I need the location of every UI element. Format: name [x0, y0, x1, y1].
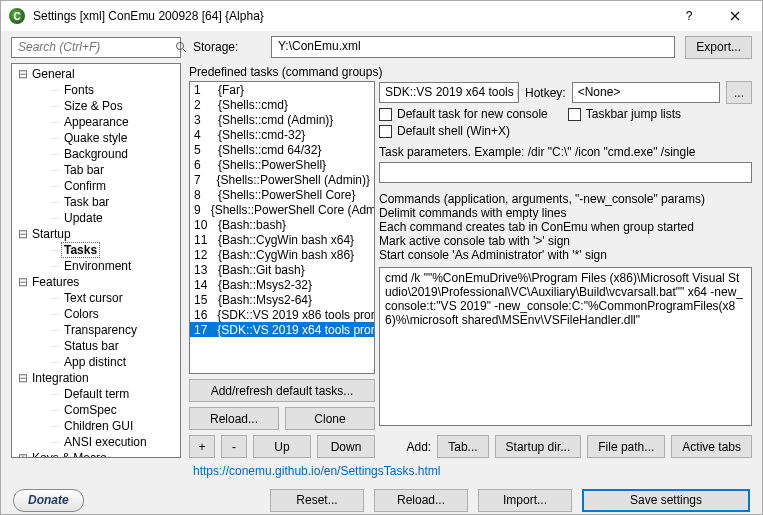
startup-dir-button[interactable]: Startup dir...	[495, 435, 582, 458]
expand-icon[interactable]: ⊞	[16, 451, 30, 458]
task-list[interactable]: 1{Far}2{Shells::cmd}3{Shells::cmd (Admin…	[189, 81, 375, 374]
search-icon[interactable]	[175, 38, 187, 57]
tree-item-label: Update	[62, 211, 105, 225]
tree-item[interactable]: ⋯Confirm	[12, 178, 180, 194]
tree-item[interactable]: ⋯Default term	[12, 386, 180, 402]
active-tabs-button[interactable]: Active tabs	[671, 435, 752, 458]
hotkey-input[interactable]: <None>	[572, 82, 720, 103]
task-list-item[interactable]: 15{Bash::Msys2-64}	[190, 292, 374, 307]
help-link[interactable]: https://conemu.github.io/en/SettingsTask…	[1, 458, 762, 478]
window-title: Settings [xml] ConEmu 200928 [64] {Alpha…	[33, 9, 666, 23]
move-down-button[interactable]: Down	[317, 435, 375, 458]
default-new-console-check[interactable]: Default task for new console	[379, 107, 548, 121]
tree-item[interactable]: ⊟Integration	[12, 370, 180, 386]
default-shell-check[interactable]: Default shell (Win+X)	[379, 124, 510, 138]
add-refresh-button[interactable]: Add/refresh default tasks...	[189, 379, 375, 402]
tree-item-label: Task bar	[62, 195, 111, 209]
tree-item[interactable]: ⊟Features	[12, 274, 180, 290]
tree-item[interactable]: ⋯App distinct	[12, 354, 180, 370]
tree-item-label: Text cursor	[62, 291, 125, 305]
task-list-item[interactable]: 7{Shells::PowerShell (Admin)}	[190, 172, 374, 187]
search-input[interactable]	[12, 38, 175, 57]
commands-textarea[interactable]: cmd /k ""%ConEmuDrive%\Program Files (x8…	[379, 267, 752, 426]
collapse-icon[interactable]: ⊟	[16, 371, 30, 385]
close-button[interactable]	[712, 1, 758, 31]
tree-item[interactable]: ⋯Background	[12, 146, 180, 162]
add-label: Add:	[407, 440, 432, 454]
collapse-icon[interactable]: ⊟	[16, 275, 30, 289]
tree-item[interactable]: ⊟General	[12, 66, 180, 82]
tree-item-label: Children GUI	[62, 419, 135, 433]
task-list-item[interactable]: 6{Shells::PowerShell}	[190, 157, 374, 172]
task-list-item[interactable]: 17{SDK::VS 2019 x64 tools prompt}	[190, 322, 374, 337]
tree-item[interactable]: ⊞Keys & Macro	[12, 450, 180, 458]
move-up-button[interactable]: Up	[253, 435, 311, 458]
tree-item-label: Tab bar	[62, 163, 106, 177]
tree-item[interactable]: ⊟Startup	[12, 226, 180, 242]
tree-item[interactable]: ⋯Text cursor	[12, 290, 180, 306]
section-title: Predefined tasks (command groups)	[189, 65, 752, 79]
file-path-button[interactable]: File path...	[587, 435, 665, 458]
tree-item[interactable]: ⋯Appearance	[12, 114, 180, 130]
tree-item[interactable]: ⋯ANSI execution	[12, 434, 180, 450]
export-button[interactable]: Export...	[685, 36, 752, 59]
task-params-input[interactable]	[379, 162, 752, 183]
nav-tree[interactable]: ⊟General⋯Fonts⋯Size & Pos⋯Appearance⋯Qua…	[11, 63, 181, 458]
tree-item[interactable]: ⋯Tab bar	[12, 162, 180, 178]
reload-tasks-button[interactable]: Reload...	[189, 407, 279, 430]
task-list-item[interactable]: 8{Shells::PowerShell Core}	[190, 187, 374, 202]
task-list-item[interactable]: 16{SDK::VS 2019 x86 tools prompt}	[190, 307, 374, 322]
reset-button[interactable]: Reset...	[270, 489, 364, 512]
task-list-item[interactable]: 14{Bash::Msys2-32}	[190, 277, 374, 292]
task-list-item[interactable]: 10{Bash::bash}	[190, 217, 374, 232]
tree-item[interactable]: ⋯Fonts	[12, 82, 180, 98]
checkbox-icon	[568, 108, 581, 121]
taskbar-jump-check[interactable]: Taskbar jump lists	[568, 107, 681, 121]
search-input-wrap[interactable]	[11, 37, 181, 58]
task-list-item[interactable]: 13{Bash::Git bash}	[190, 262, 374, 277]
remove-task-button[interactable]: -	[221, 435, 247, 458]
tree-item-label: Background	[62, 147, 130, 161]
import-button[interactable]: Import...	[478, 489, 572, 512]
tree-item[interactable]: ⋯Environment	[12, 258, 180, 274]
checkbox-icon	[379, 108, 392, 121]
commands-desc: Commands (application, arguments, "-new_…	[379, 192, 752, 262]
tree-item[interactable]: ⋯Update	[12, 210, 180, 226]
task-list-item[interactable]: 5{Shells::cmd 64/32}	[190, 142, 374, 157]
svg-line-1	[183, 49, 186, 52]
task-list-item[interactable]: 3{Shells::cmd (Admin)}	[190, 112, 374, 127]
tree-item-label: Appearance	[62, 115, 131, 129]
tree-item[interactable]: ⋯ComSpec	[12, 402, 180, 418]
hotkey-choose-button[interactable]: ...	[726, 81, 752, 104]
task-list-item[interactable]: 2{Shells::cmd}	[190, 97, 374, 112]
task-list-item[interactable]: 4{Shells::cmd-32}	[190, 127, 374, 142]
tree-item[interactable]: ⋯Size & Pos	[12, 98, 180, 114]
tree-item[interactable]: ⋯Task bar	[12, 194, 180, 210]
tree-item[interactable]: ⋯Status bar	[12, 338, 180, 354]
task-list-item[interactable]: 12{Bash::CygWin bash x86}	[190, 247, 374, 262]
task-list-item[interactable]: 1{Far}	[190, 82, 374, 97]
add-task-button[interactable]: +	[189, 435, 215, 458]
task-list-item[interactable]: 9{Shells::PowerShell Core (Admin)}	[190, 202, 374, 217]
tree-item[interactable]: ⋯Tasks	[12, 242, 180, 258]
donate-button[interactable]: Donate	[13, 489, 84, 512]
tree-item-label: General	[30, 67, 77, 81]
tree-item[interactable]: ⋯Quake style	[12, 130, 180, 146]
save-settings-button[interactable]: Save settings	[582, 489, 750, 512]
reload-button[interactable]: Reload...	[374, 489, 468, 512]
task-list-item[interactable]: 11{Bash::CygWin bash x64}	[190, 232, 374, 247]
help-button[interactable]: ?	[666, 1, 712, 31]
collapse-icon[interactable]: ⊟	[16, 227, 30, 241]
tree-item-label: Transparency	[62, 323, 139, 337]
storage-path[interactable]: Y:\ConEmu.xml	[271, 36, 675, 58]
collapse-icon[interactable]: ⊟	[16, 67, 30, 81]
clone-button[interactable]: Clone	[285, 407, 375, 430]
add-tab-button[interactable]: Tab...	[437, 435, 488, 458]
tree-item-label: ComSpec	[62, 403, 119, 417]
tree-item-label: Startup	[30, 227, 73, 241]
tree-item[interactable]: ⋯Colors	[12, 306, 180, 322]
tree-item[interactable]: ⋯Children GUI	[12, 418, 180, 434]
tree-item[interactable]: ⋯Transparency	[12, 322, 180, 338]
tree-item-label: Keys & Macro	[30, 451, 109, 458]
task-name-input[interactable]: SDK::VS 2019 x64 tools prompt	[379, 82, 519, 103]
